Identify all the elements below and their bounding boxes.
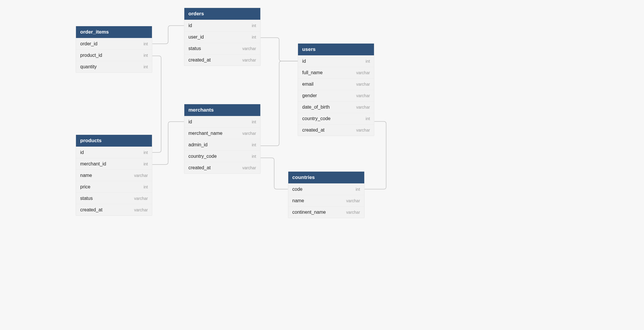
table-header: order_items bbox=[76, 26, 152, 38]
column-type: varchar bbox=[356, 128, 370, 132]
column-type: int bbox=[143, 64, 148, 69]
table-header: merchants bbox=[184, 104, 260, 116]
column-row[interactable]: statusvarchar bbox=[184, 43, 260, 54]
column-type: int bbox=[143, 150, 148, 155]
column-name: date_of_birth bbox=[302, 105, 330, 110]
column-name: id bbox=[80, 150, 84, 155]
er-diagram-canvas[interactable]: order_itemsorder_idintproduct_idintquant… bbox=[0, 0, 436, 224]
column-row[interactable]: merchant_namevarchar bbox=[184, 127, 260, 139]
column-row[interactable]: created_atvarchar bbox=[184, 54, 260, 66]
column-row[interactable]: idint bbox=[298, 55, 374, 67]
column-name: name bbox=[292, 198, 304, 203]
column-type: varchar bbox=[242, 46, 256, 51]
column-row[interactable]: emailvarchar bbox=[298, 78, 374, 90]
column-type: int bbox=[143, 53, 148, 58]
column-name: created_at bbox=[188, 57, 211, 63]
column-row[interactable]: created_atvarchar bbox=[298, 124, 374, 136]
column-name: full_name bbox=[302, 70, 322, 75]
column-type: int bbox=[143, 185, 148, 189]
column-name: admin_id bbox=[188, 142, 208, 147]
column-type: varchar bbox=[134, 208, 148, 212]
column-row[interactable]: idint bbox=[184, 20, 260, 31]
column-name: email bbox=[302, 82, 313, 87]
column-type: int bbox=[143, 42, 148, 46]
column-type: varchar bbox=[356, 93, 370, 98]
column-name: status bbox=[188, 46, 201, 51]
column-row[interactable]: order_idint bbox=[76, 38, 152, 49]
column-name: user_id bbox=[188, 34, 204, 40]
column-row[interactable]: created_atvarchar bbox=[76, 204, 152, 215]
column-row[interactable]: product_idint bbox=[76, 49, 152, 61]
column-name: code bbox=[292, 187, 303, 192]
column-row[interactable]: idint bbox=[184, 116, 260, 127]
table-orders[interactable]: ordersidintuser_idintstatusvarcharcreate… bbox=[184, 8, 261, 66]
column-name: gender bbox=[302, 93, 317, 98]
column-row[interactable]: full_namevarchar bbox=[298, 67, 374, 78]
column-type: int bbox=[252, 35, 256, 39]
table-header: users bbox=[298, 44, 374, 55]
column-type: varchar bbox=[134, 196, 148, 201]
column-name: id bbox=[188, 119, 192, 125]
column-name: price bbox=[80, 184, 90, 190]
column-name: merchant_name bbox=[188, 131, 223, 136]
table-products[interactable]: productsidintmerchant_idintnamevarcharpr… bbox=[76, 135, 152, 216]
column-type: varchar bbox=[242, 58, 256, 62]
column-row[interactable]: idint bbox=[76, 147, 152, 158]
column-name: country_code bbox=[188, 154, 217, 159]
column-name: name bbox=[80, 173, 92, 178]
column-type: varchar bbox=[346, 198, 360, 203]
column-row[interactable]: gendervarchar bbox=[298, 90, 374, 101]
column-type: int bbox=[252, 142, 256, 147]
column-type: varchar bbox=[356, 70, 370, 75]
column-type: int bbox=[252, 23, 256, 28]
column-type: varchar bbox=[356, 82, 370, 87]
column-type: int bbox=[143, 162, 148, 166]
table-header: orders bbox=[184, 8, 260, 20]
column-row[interactable]: continent_namevarchar bbox=[288, 206, 364, 218]
column-name: country_code bbox=[302, 116, 330, 121]
table-header: products bbox=[76, 135, 152, 147]
column-type: varchar bbox=[242, 165, 256, 170]
table-countries[interactable]: countriescodeintnamevarcharcontinent_nam… bbox=[288, 171, 365, 218]
column-type: int bbox=[252, 154, 256, 159]
column-row[interactable]: priceint bbox=[76, 181, 152, 193]
table-merchants[interactable]: merchantsidintmerchant_namevarcharadmin_… bbox=[184, 104, 261, 174]
column-type: varchar bbox=[346, 210, 360, 215]
table-users[interactable]: usersidintfull_namevarcharemailvarcharge… bbox=[298, 43, 374, 136]
column-name: order_id bbox=[80, 41, 97, 47]
column-row[interactable]: admin_idint bbox=[184, 139, 260, 150]
column-row[interactable]: merchant_idint bbox=[76, 158, 152, 170]
column-type: varchar bbox=[134, 173, 148, 178]
column-name: quantity bbox=[80, 64, 97, 69]
column-row[interactable]: date_of_birthvarchar bbox=[298, 101, 374, 113]
column-name: product_id bbox=[80, 53, 102, 58]
column-row[interactable]: country_codeint bbox=[184, 150, 260, 162]
column-row[interactable]: user_idint bbox=[184, 31, 260, 43]
column-type: int bbox=[366, 116, 370, 121]
column-name: id bbox=[188, 23, 192, 28]
column-type: int bbox=[252, 120, 256, 124]
column-row[interactable]: namevarchar bbox=[288, 195, 364, 206]
column-row[interactable]: statusvarchar bbox=[76, 193, 152, 204]
column-row[interactable]: namevarchar bbox=[76, 170, 152, 181]
column-row[interactable]: codeint bbox=[288, 183, 364, 195]
column-name: id bbox=[302, 59, 306, 64]
column-name: created_at bbox=[188, 165, 211, 170]
column-row[interactable]: quantityint bbox=[76, 61, 152, 72]
table-header: countries bbox=[288, 172, 364, 183]
column-name: merchant_id bbox=[80, 161, 106, 167]
column-type: varchar bbox=[356, 105, 370, 110]
column-type: varchar bbox=[242, 131, 256, 136]
column-name: status bbox=[80, 196, 93, 201]
column-row[interactable]: created_atvarchar bbox=[184, 162, 260, 173]
column-name: created_at bbox=[302, 127, 325, 133]
column-name: continent_name bbox=[292, 210, 326, 215]
column-type: int bbox=[356, 187, 360, 192]
column-name: created_at bbox=[80, 207, 102, 213]
column-row[interactable]: country_codeint bbox=[298, 113, 374, 124]
table-order_items[interactable]: order_itemsorder_idintproduct_idintquant… bbox=[76, 26, 152, 73]
column-type: int bbox=[366, 59, 370, 64]
